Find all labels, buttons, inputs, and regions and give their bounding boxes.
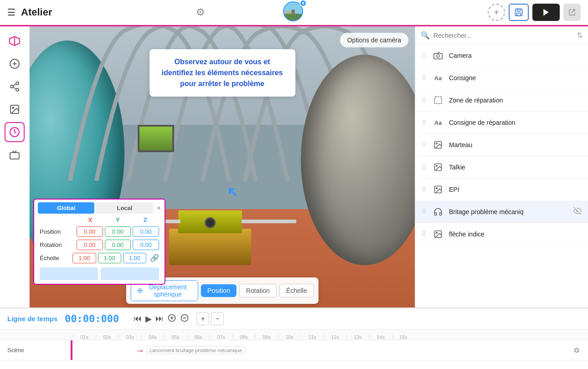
svg-point-39: [436, 232, 438, 233]
svg-rect-3: [286, 11, 291, 14]
drag-icon: ⠿: [422, 231, 426, 238]
event-label[interactable]: Lancement bruitage problème mécanique: [146, 346, 245, 354]
svg-point-23: [12, 107, 14, 108]
info-text: Observez autour de vous et identifiez le…: [162, 58, 283, 87]
rotation-z-input[interactable]: [133, 240, 159, 250]
ruler-mark: 12s: [324, 334, 346, 340]
ruler-mark: 06s: [187, 334, 210, 340]
app-title: Atelier: [21, 6, 52, 18]
svg-point-18: [10, 85, 13, 88]
transform-row-scale: Échelle 🔗: [34, 251, 165, 265]
svg-line-21: [13, 84, 16, 86]
sidebar-item-image[interactable]: [5, 99, 25, 119]
drag-icon: ⠿: [422, 74, 426, 82]
audio-icon: [432, 205, 444, 218]
svg-marker-9: [543, 9, 549, 16]
export-button[interactable]: [563, 4, 581, 21]
list-item[interactable]: ⠿ flèche indice: [415, 223, 588, 246]
svg-rect-30: [435, 97, 442, 104]
right-panel: 🔍 ⇅ ⠿ Camera ⠿ Aa Consigne ⠿: [415, 26, 588, 308]
save-button[interactable]: [509, 4, 529, 21]
rotation-label: Rotation: [40, 241, 75, 248]
scale-y-input[interactable]: [98, 253, 121, 263]
ruler-mark: 14s: [369, 334, 392, 340]
timeline-zoom-remove[interactable]: −: [211, 313, 224, 325]
header-y: Y: [104, 216, 131, 223]
list-item[interactable]: ⠿ Aa Consigne de réparation: [415, 112, 588, 134]
tab-local[interactable]: Local: [96, 202, 153, 214]
left-sidebar: [0, 26, 30, 308]
menu-icon[interactable]: ☰: [7, 7, 15, 18]
drag-icon: ⠿: [422, 186, 426, 193]
svg-point-17: [16, 82, 19, 85]
tab-global[interactable]: Global: [38, 202, 94, 214]
sidebar-item-settings2[interactable]: [5, 145, 25, 165]
sidebar-item-timeline[interactable]: [5, 122, 25, 142]
sidebar-item-graph[interactable]: [5, 77, 25, 97]
transform-footer-btn-2[interactable]: [101, 267, 159, 280]
timeline-skip-forward[interactable]: ⏭: [155, 314, 164, 323]
timeline-header: Ligne de temps 00:00:000 ⏮ ▶ ⏭ + −: [0, 308, 588, 329]
add-button[interactable]: +: [488, 4, 505, 21]
transform-panel: Global Local × X Y Z Position Rotation: [33, 199, 165, 285]
position-z-input[interactable]: [133, 226, 159, 237]
timeline-play[interactable]: ▶: [145, 314, 152, 324]
position-button[interactable]: Position: [201, 284, 237, 297]
search-input[interactable]: [433, 32, 573, 39]
transform-footer-btn-1[interactable]: [40, 267, 98, 280]
sidebar-item-cube[interactable]: [5, 31, 25, 51]
list-item[interactable]: ⠿ EPI: [415, 179, 588, 201]
scale-z-input[interactable]: [123, 253, 146, 263]
timeline-ruler: 01s02s03s04s05s06s07s08s09s10s11s12s13s1…: [0, 329, 588, 340]
scale-button[interactable]: Échelle: [279, 284, 314, 297]
event-arrow: →: [135, 345, 144, 355]
playhead[interactable]: [72, 340, 72, 360]
sort-icon[interactable]: ⇅: [577, 31, 583, 40]
rotation-x-input[interactable]: [77, 240, 103, 250]
item-label: EPI: [449, 186, 582, 193]
list-item[interactable]: ⠿ Aa Consigne: [415, 67, 588, 89]
image3-icon: [432, 183, 444, 196]
drag-icon: ⠿: [422, 208, 426, 215]
timeline-zoom: + −: [196, 313, 224, 325]
timeline-tracks: Scène → Lancement bruitage problème méca…: [0, 340, 588, 369]
item-label: Consigne: [449, 74, 582, 82]
item-label: Marteau: [449, 141, 582, 149]
list-item[interactable]: ⠿ Marteau: [415, 134, 588, 156]
avatar-badge: [299, 0, 307, 7]
info-box: Observez autour de vous et identifiez le…: [150, 49, 295, 97]
svg-rect-7: [517, 9, 521, 11]
camera-options-button[interactable]: Options de caméra: [340, 33, 408, 47]
transform-close-button[interactable]: ×: [157, 204, 161, 212]
rotation-button[interactable]: Rotation: [239, 284, 277, 297]
svg-rect-2: [291, 10, 294, 14]
transform-footer: [34, 265, 165, 280]
image-icon: [432, 138, 444, 151]
list-item[interactable]: ⠿ Camera: [415, 45, 588, 67]
position-x-input[interactable]: [77, 226, 103, 237]
svg-rect-6: [516, 9, 522, 16]
rotation-y-input[interactable]: [105, 240, 131, 250]
sidebar-item-add[interactable]: [5, 54, 25, 74]
transform-headers: X Y Z: [34, 216, 165, 223]
timeline-zoom-add[interactable]: +: [196, 313, 209, 325]
ruler-mark: 08s: [232, 334, 255, 340]
position-y-input[interactable]: [105, 226, 131, 237]
timeline-skip-back[interactable]: ⏮: [134, 314, 142, 323]
item-label: Talkie: [449, 164, 582, 171]
right-items-list: ⠿ Camera ⠿ Aa Consigne ⠿ Zone de réparat…: [415, 45, 588, 308]
play-button[interactable]: [532, 4, 560, 21]
list-item[interactable]: ⠿ Zone de réparation: [415, 89, 588, 112]
timeline-marker-add[interactable]: [167, 313, 176, 324]
avatar[interactable]: [283, 1, 305, 23]
list-item[interactable]: ⠿ Talkie: [415, 156, 588, 179]
list-item-britage[interactable]: ⠿ Britage problème mécaniq: [415, 201, 588, 223]
gear-icon[interactable]: ⚙: [196, 6, 205, 18]
svg-rect-8: [517, 13, 521, 16]
scale-lock-icon[interactable]: 🔗: [150, 254, 159, 262]
item-label: Camera: [449, 52, 582, 59]
scale-x-input[interactable]: [72, 253, 96, 263]
timeline-marker-remove[interactable]: [180, 313, 189, 324]
visibility-icon[interactable]: [573, 207, 582, 217]
drag-icon: ⠿: [422, 119, 426, 126]
